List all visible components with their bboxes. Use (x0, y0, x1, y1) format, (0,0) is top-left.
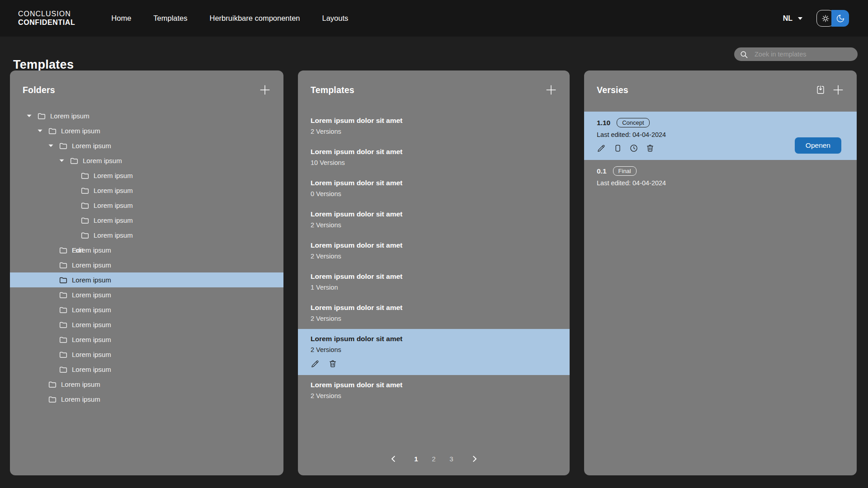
template-list-item[interactable]: Lorem ipsum dolor sit amet2 Versions (298, 375, 570, 406)
version-history-button[interactable] (629, 144, 638, 153)
copy-version-button[interactable] (613, 144, 622, 153)
template-title: Lorem ipsum dolor sit amet (311, 148, 557, 156)
folder-label: Lorem ipsum (72, 351, 111, 358)
search-input[interactable] (754, 50, 852, 58)
folder-tree-item[interactable]: Lorem ipsum (10, 377, 283, 392)
edit-version-button[interactable] (597, 144, 606, 153)
folder-tree-item[interactable]: Lorem ipsum (10, 213, 283, 228)
plus-icon (259, 84, 271, 96)
folder-label: Lorem ipsum (94, 216, 133, 224)
folder-icon (48, 395, 57, 404)
template-title: Lorem ipsum dolor sit amet (311, 210, 557, 218)
versions-panel: Versies 1.10ConceptLast edited: 04-04-20… (584, 70, 857, 475)
template-list-item[interactable]: Lorem ipsum dolor sit amet2 Versions (298, 329, 570, 375)
open-version-button[interactable]: Openen (795, 137, 841, 154)
folder-tree-item[interactable]: Lorem ipsum (10, 347, 283, 362)
folder-label: Lorem ipsum (72, 142, 111, 150)
folder-tree-item[interactable]: Lorem ipsum (10, 108, 283, 123)
folder-label-text: Lorem ipsum (83, 157, 122, 164)
delete-template-button[interactable] (328, 359, 337, 368)
templates-panel-title: Templates (311, 85, 354, 95)
folder-icon (59, 246, 68, 255)
version-status-badge: Final (613, 166, 637, 176)
nav-item-layouts[interactable]: Layouts (322, 14, 348, 23)
folder-tree-item[interactable]: Lorem ipsum (10, 317, 283, 332)
caret-down-icon[interactable] (36, 129, 43, 132)
page-number-3[interactable]: 3 (447, 455, 457, 463)
version-entry[interactable]: 0.1FinalLast edited: 04-04-2024 (584, 160, 857, 194)
delete-version-button[interactable] (646, 144, 655, 153)
folder-tree-item[interactable]: Lorem ipsum (10, 228, 283, 243)
download-version-button[interactable] (816, 85, 826, 95)
caret-down-icon[interactable] (25, 114, 33, 117)
folder-label: Lorem ipsum (72, 291, 111, 299)
folder-tree-item[interactable]: Lorem ipsum (10, 362, 283, 377)
folder-icon (80, 216, 90, 225)
template-version-count: 2 Versions (311, 392, 557, 399)
prev-page-button[interactable] (389, 454, 398, 464)
folder-tree-item[interactable]: Lorem ipsum (10, 168, 283, 183)
template-version-count: 10 Versions (311, 159, 557, 166)
folder-tree-item[interactable]: Lorem ipsum (10, 392, 283, 407)
folder-label: Lorem ipsum (50, 112, 90, 120)
folder-tree-item[interactable]: Lorem ipsum (10, 287, 283, 302)
folder-label-text: Lorem ipsum (72, 291, 111, 299)
template-list-item[interactable]: Lorem ipsum dolor sit amet1 Version (298, 267, 570, 298)
folder-icon (59, 291, 68, 300)
add-version-button[interactable] (832, 84, 844, 96)
folder-label: Lorem ipsumEdit (72, 246, 111, 254)
search-box[interactable] (734, 47, 858, 61)
triangle-down-icon (797, 17, 803, 20)
folder-tree-item[interactable]: Lorem ipsum (10, 198, 283, 213)
add-folder-button[interactable] (259, 84, 271, 96)
page-number-2[interactable]: 2 (429, 455, 439, 463)
folder-icon (80, 171, 90, 180)
template-title: Lorem ipsum dolor sit amet (311, 179, 557, 187)
folder-tree-item[interactable]: Lorem ipsum (10, 123, 283, 138)
template-version-count: 2 Versions (311, 253, 557, 260)
versions-panel-title: Versies (597, 85, 628, 95)
pencil-icon (597, 144, 606, 153)
chevron-right-icon (470, 454, 479, 464)
version-entry[interactable]: 1.10ConceptLast edited: 04-04-2024Openen (584, 112, 857, 160)
template-list-item[interactable]: Lorem ipsum dolor sit amet2 Versions (298, 204, 570, 235)
edit-template-button[interactable] (311, 359, 320, 368)
dark-mode-button[interactable] (831, 10, 849, 27)
folder-icon (48, 380, 57, 389)
template-list-item[interactable]: Lorem ipsum dolor sit amet2 Versions (298, 111, 570, 142)
folder-label: Lorem ipsum (72, 336, 111, 343)
template-title: Lorem ipsum dolor sit amet (311, 381, 557, 389)
caret-down-icon[interactable] (58, 159, 65, 162)
folder-tree-item[interactable]: Lorem ipsum (10, 138, 283, 153)
template-list-item[interactable]: Lorem ipsum dolor sit amet0 Versions (298, 173, 570, 204)
folder-label-text: Lorem ipsum (94, 187, 133, 194)
folder-tree-item[interactable]: Lorem ipsumEdit (10, 243, 283, 258)
sun-icon (821, 14, 830, 23)
folder-tree-item[interactable]: Lorem ipsum (10, 183, 283, 198)
add-template-button[interactable] (545, 84, 557, 96)
folder-tree-item[interactable]: Lorem ipsum (10, 332, 283, 347)
nav-item-templates[interactable]: Templates (153, 14, 187, 23)
nav-item-home[interactable]: Home (111, 14, 131, 23)
folder-tree-item[interactable]: Lorem ipsum (10, 272, 283, 287)
folder-label-text: Lorem ipsum (94, 172, 133, 179)
folder-tree-item[interactable]: Lorem ipsum (10, 153, 283, 168)
version-entry-header: 1.10Concept (597, 118, 844, 127)
folder-label-text: Lorem ipsum (72, 276, 111, 284)
folder-icon (59, 320, 68, 329)
plus-icon (832, 84, 844, 96)
page-title: Templates (13, 58, 74, 72)
template-list-item[interactable]: Lorem ipsum dolor sit amet2 Versions (298, 298, 570, 329)
caret-down-icon[interactable] (47, 144, 54, 147)
template-list-item[interactable]: Lorem ipsum dolor sit amet2 Versions (298, 235, 570, 267)
folder-tree-item[interactable]: Lorem ipsum (10, 302, 283, 317)
page-number-1[interactable]: 1 (411, 455, 421, 463)
nav-item-herbruikbare-componenten[interactable]: Herbruikbare componenten (210, 14, 300, 23)
folder-icon (59, 261, 68, 270)
folder-label-text: Lorem ipsum (72, 351, 111, 358)
template-list-item[interactable]: Lorem ipsum dolor sit amet10 Versions (298, 142, 570, 173)
folder-tree-item[interactable]: Lorem ipsum (10, 258, 283, 272)
language-selector[interactable]: NL (783, 14, 803, 23)
version-last-edited: Last edited: 04-04-2024 (597, 179, 844, 187)
next-page-button[interactable] (470, 454, 479, 464)
